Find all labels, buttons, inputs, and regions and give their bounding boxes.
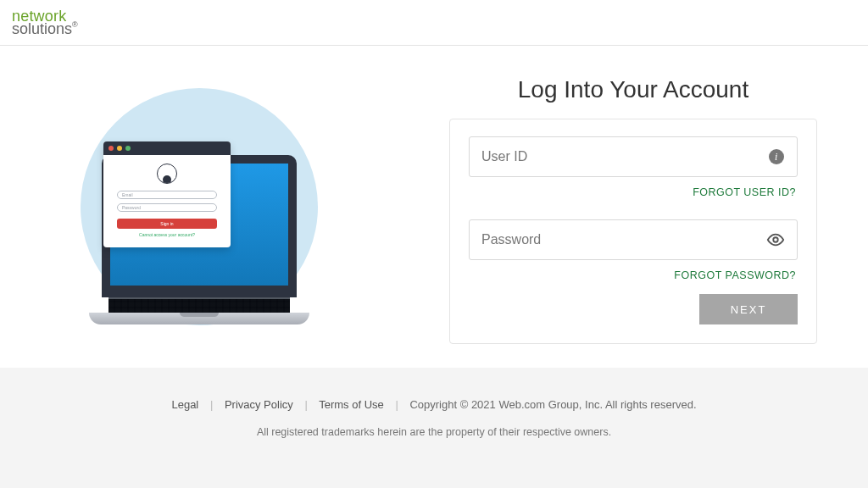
next-button[interactable]: NEXT (699, 294, 798, 324)
login-card: i FORGOT USER ID? FOR (449, 119, 817, 344)
brand-line2: solutions® (12, 21, 78, 36)
footer-privacy-link[interactable]: Privacy Policy (225, 398, 293, 411)
close-dot-icon (108, 146, 114, 151)
password-field-wrap (469, 219, 798, 260)
footer-trademark: All registered trademarks herein are the… (0, 426, 868, 438)
browser-window-graphic: Email Password Sign in Cannot access you… (103, 141, 231, 247)
footer-copyright: Copyright © 2021 Web.com Group, Inc. All… (409, 398, 696, 411)
login-form-column: Log Into Your Account i FORGOT USER ID? (398, 46, 868, 368)
main-content: Email Password Sign in Cannot access you… (0, 46, 868, 368)
illu-password-field: Password (117, 203, 217, 212)
brand-logo[interactable]: network solutions® (12, 8, 78, 36)
user-id-field[interactable]: i (469, 136, 798, 177)
forgot-user-id-link[interactable]: FORGOT USER ID? (693, 186, 796, 198)
maximize-dot-icon (125, 146, 131, 151)
laptop-screen: Email Password Sign in Cannot access you… (102, 155, 297, 297)
footer-legal-link[interactable]: Legal (171, 398, 198, 411)
minimize-dot-icon (117, 146, 122, 151)
laptop-keyboard (108, 297, 290, 313)
browser-body: Email Password Sign in Cannot access you… (103, 155, 231, 247)
footer-separator: | (210, 398, 213, 411)
laptop-base (89, 313, 309, 324)
illustration-column: Email Password Sign in Cannot access you… (0, 46, 398, 368)
svg-point-0 (773, 237, 778, 242)
window-titlebar (103, 141, 231, 155)
footer-links-row: Legal | Privacy Policy | Terms of Use | … (0, 398, 868, 411)
footer-terms-link[interactable]: Terms of Use (319, 398, 384, 411)
footer-separator: | (395, 398, 398, 411)
illu-signin-button: Sign in (117, 219, 217, 229)
password-field[interactable] (469, 219, 798, 260)
page-title: Log Into Your Account (449, 76, 817, 103)
user-avatar-icon (157, 164, 177, 184)
toggle-visibility-icon[interactable] (766, 230, 785, 249)
illu-email-field: Email (117, 191, 217, 199)
laptop-login-illustration: Email Password Sign in Cannot access you… (59, 75, 339, 338)
footer-separator: | (304, 398, 307, 411)
info-icon[interactable]: i (767, 147, 785, 166)
forgot-password-link[interactable]: FORGOT PASSWORD? (674, 269, 796, 281)
page-footer: Legal | Privacy Policy | Terms of Use | … (0, 368, 868, 488)
eye-icon (766, 230, 785, 249)
page-header: network solutions® (0, 0, 868, 46)
illu-help-link: Cannot access your account? (117, 232, 217, 237)
password-input[interactable] (481, 232, 766, 247)
user-id-field-wrap: i (469, 136, 798, 177)
user-id-input[interactable] (481, 149, 767, 164)
laptop-graphic: Email Password Sign in Cannot access you… (102, 155, 297, 324)
